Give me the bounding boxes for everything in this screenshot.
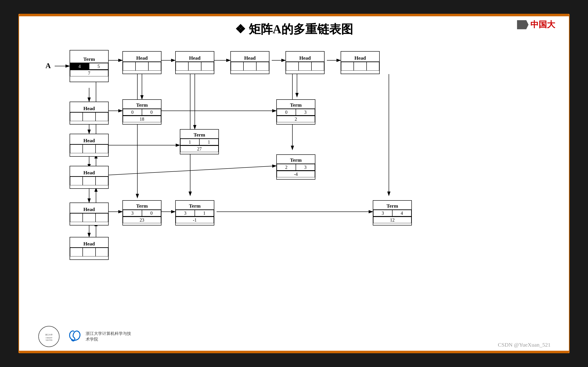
spiral-logo [63, 325, 83, 348]
term-a-node: Term 4 5 7 [69, 50, 109, 82]
term-a-r1c2: 5 [89, 63, 108, 69]
a-label: A [45, 61, 51, 70]
svg-point-32 [39, 326, 59, 347]
svg-text:与技术学院: 与技术学院 [45, 339, 52, 341]
top-logo: 中国大 [517, 19, 555, 30]
term-03: Term 0 3 2 [276, 99, 315, 125]
watermark: CSDN @YueXuan_521 [498, 342, 551, 348]
head-left-1: Head [69, 102, 109, 125]
head-top-5: Head [341, 51, 380, 74]
logo-area: 浙江大学 计算机科学 与技术学院 浙江大学计算机科学与技术学院 [37, 325, 132, 348]
head-top-2: Head [175, 51, 214, 74]
head-top-3: Head [230, 51, 269, 74]
term-a-r2: 7 [70, 70, 108, 76]
head-left-2: Head [69, 134, 109, 157]
term-34: Term 3 4 12 [373, 200, 412, 225]
term-11: Term 1 1 27 [180, 129, 219, 154]
head-left-5: Head [69, 237, 109, 260]
head-left-4: Head [69, 202, 109, 225]
logo-text: 中国大 [530, 19, 555, 30]
logo-label: 浙江大学计算机科学与技术学院 [86, 331, 132, 342]
term-31: Term 3 1 -1 [175, 200, 214, 225]
university-logo: 浙江大学 计算机科学 与技术学院 [37, 325, 61, 348]
page-title: ❖ 矩阵A的多重链表图 [19, 15, 569, 42]
svg-line-16 [109, 166, 276, 175]
slide-container: ❖ 矩阵A的多重链表图 中国大 [18, 14, 570, 353]
term-30: Term 3 0 23 [122, 200, 162, 225]
head-left-3: Head [69, 166, 109, 189]
svg-text:计算机科学: 计算机科学 [45, 337, 52, 339]
svg-text:浙江大学: 浙江大学 [45, 334, 52, 336]
term-23: Term 2 3 -4 [276, 154, 315, 180]
head-top-1: Head [122, 51, 162, 74]
term-00: Term 0 0 18 [122, 99, 162, 125]
term-a-r1c1: 4 [70, 63, 89, 69]
head-top-4: Head [285, 51, 325, 74]
logo-icon [517, 20, 528, 29]
